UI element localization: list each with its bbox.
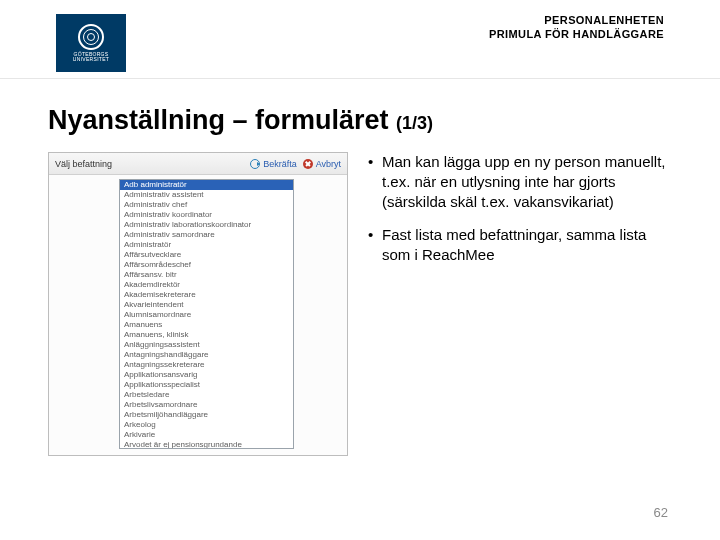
listbox-option[interactable]: Administrativ laborationskoordinator <box>120 220 293 230</box>
bullets: Man kan lägga upp en ny person manuellt,… <box>368 152 672 456</box>
listbox-option[interactable]: Administrativ koordinator <box>120 210 293 220</box>
listbox-option[interactable]: Akvarieintendent <box>120 300 293 310</box>
bullet-item: Fast lista med befattningar, samma lista… <box>368 225 672 265</box>
confirm-button[interactable]: Bekräfta <box>250 159 297 169</box>
divider <box>0 78 720 79</box>
listbox-option[interactable]: Adb administratör <box>120 180 293 190</box>
listbox-option[interactable]: Affärsutvecklare <box>120 250 293 260</box>
listbox-option[interactable]: Applikationsspecialist <box>120 380 293 390</box>
cancel-button[interactable]: Avbryt <box>303 159 341 169</box>
title-counter: (1/3) <box>396 113 433 133</box>
confirm-label: Bekräfta <box>263 159 297 169</box>
field-label: Välj befattning <box>55 159 112 169</box>
listbox-option[interactable]: Arbetsmiljöhandläggare <box>120 410 293 420</box>
app-toolbar: Välj befattning Bekräfta Avbryt <box>49 153 347 175</box>
listbox-option[interactable]: Arvodet är ej pensionsgrundande <box>120 440 293 449</box>
listbox-option[interactable]: Antagningshandläggare <box>120 350 293 360</box>
listbox-option[interactable]: Affärsområdeschef <box>120 260 293 270</box>
cancel-label: Avbryt <box>316 159 341 169</box>
header-title-line1: PERSONALENHETEN <box>489 14 664 28</box>
listbox-option[interactable]: Alumnisamordnare <box>120 310 293 320</box>
listbox-option[interactable]: Antagningssekreterare <box>120 360 293 370</box>
listbox-option[interactable]: Arbetsledare <box>120 390 293 400</box>
listbox-option[interactable]: Administrativ assistent <box>120 190 293 200</box>
listbox-option[interactable]: Administrativ samordnare <box>120 230 293 240</box>
page-title: Nyanställning – formuläret (1/3) <box>48 105 672 136</box>
page-number: 62 <box>654 505 668 520</box>
seal-icon <box>78 24 104 50</box>
listbox-option[interactable]: Arkivarie <box>120 430 293 440</box>
position-listbox[interactable]: Adb administratörAdministrativ assistent… <box>119 179 294 449</box>
title-main: Nyanställning – formuläret <box>48 105 396 135</box>
listbox-option[interactable]: Arkeolog <box>120 420 293 430</box>
refresh-icon <box>250 159 260 169</box>
listbox-option[interactable]: Amanuens <box>120 320 293 330</box>
listbox-option[interactable]: Anläggningsassistent <box>120 340 293 350</box>
logo-text-line2: UNIVERSITET <box>73 56 109 62</box>
app-screenshot: Välj befattning Bekräfta Avbryt Adb admi… <box>48 152 348 456</box>
cancel-icon <box>303 159 313 169</box>
listbox-option[interactable]: Applikationsansvarig <box>120 370 293 380</box>
university-logo: GÖTEBORGS UNIVERSITET <box>56 14 126 72</box>
listbox-option[interactable]: Administrativ chef <box>120 200 293 210</box>
header-title-line2: PRIMULA FÖR HANDLÄGGARE <box>489 28 664 42</box>
bullet-item: Man kan lägga upp en ny person manuellt,… <box>368 152 672 211</box>
listbox-option[interactable]: Akademdirektör <box>120 280 293 290</box>
listbox-option[interactable]: Amanuens, klinisk <box>120 330 293 340</box>
listbox-option[interactable]: Arbetslivsamordnare <box>120 400 293 410</box>
listbox-option[interactable]: Akademisekreterare <box>120 290 293 300</box>
listbox-option[interactable]: Administratör <box>120 240 293 250</box>
listbox-option[interactable]: Affärsansv. bitr <box>120 270 293 280</box>
